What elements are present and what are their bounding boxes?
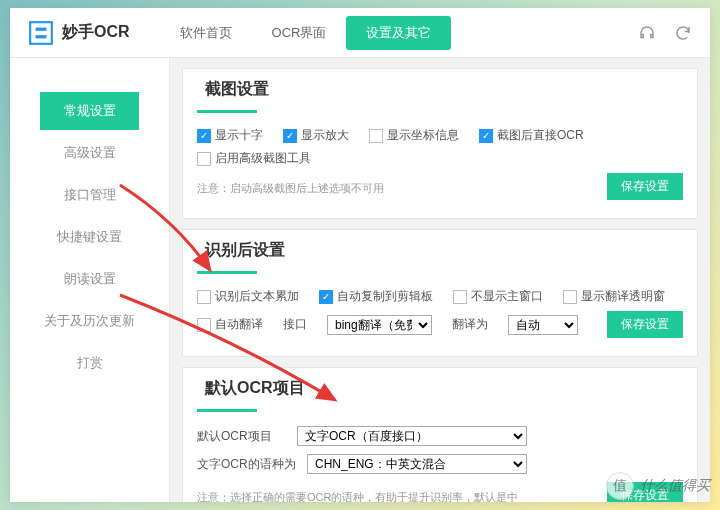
recognize-panel: 识别后设置 识别后文本累加 自动复制到剪辑板 不显示主窗口 显示翻译透明窗 自动… (182, 229, 698, 357)
tab-settings[interactable]: 设置及其它 (346, 16, 451, 50)
lang-label: 文字OCR的语种为 (197, 456, 297, 473)
save-button[interactable]: 保存设置 (607, 173, 683, 200)
port-select[interactable]: bing翻译（免费 (327, 315, 432, 335)
note-text: 注意：选择正确的需要OCR的语种，有助于提升识别率，默认是中 (197, 490, 518, 502)
watermark: 值 什么值得买 (606, 472, 710, 500)
note-text: 注意：启动高级截图后上述选项不可用 (197, 181, 384, 196)
cb-auto-translate[interactable]: 自动翻译 (197, 316, 263, 333)
proj-select[interactable]: 文字OCR（百度接口） (297, 426, 527, 446)
panel-title: 默认OCR项目 (197, 378, 683, 399)
sidebar-item-api[interactable]: 接口管理 (40, 176, 139, 214)
proj-label: 默认OCR项目 (197, 428, 287, 445)
cb-coords[interactable]: 显示坐标信息 (369, 127, 459, 144)
svg-rect-1 (36, 27, 47, 30)
lang-select[interactable]: CHN_ENG：中英文混合 (307, 454, 527, 474)
sidebar-item-general[interactable]: 常规设置 (40, 92, 139, 130)
sidebar-item-hotkey[interactable]: 快捷键设置 (40, 218, 139, 256)
sidebar-item-advanced[interactable]: 高级设置 (40, 134, 139, 172)
sidebar-item-donate[interactable]: 打赏 (40, 344, 139, 382)
screenshot-panel: 截图设置 显示十字 显示放大 显示坐标信息 截图后直接OCR 启用高级截图工具 … (182, 68, 698, 219)
cb-clipboard[interactable]: 自动复制到剪辑板 (319, 288, 433, 305)
cb-adv-tool[interactable]: 启用高级截图工具 (197, 150, 311, 167)
tab-home[interactable]: 软件首页 (160, 16, 252, 50)
port-label: 接口 (283, 316, 307, 333)
save-button[interactable]: 保存设置 (607, 311, 683, 338)
panel-title: 截图设置 (197, 79, 683, 100)
panel-title: 识别后设置 (197, 240, 683, 261)
svg-rect-2 (36, 35, 47, 38)
svg-rect-0 (30, 22, 52, 44)
sidebar-item-about[interactable]: 关于及历次更新 (40, 302, 139, 340)
watermark-icon: 值 (606, 472, 634, 500)
app-title: 妙手OCR (62, 22, 130, 43)
refresh-icon[interactable] (674, 24, 692, 42)
sidebar-item-tts[interactable]: 朗读设置 (40, 260, 139, 298)
cb-append[interactable]: 识别后文本累加 (197, 288, 299, 305)
tab-ocr[interactable]: OCR界面 (252, 16, 347, 50)
cb-trans-overlay[interactable]: 显示翻译透明窗 (563, 288, 665, 305)
app-logo-icon (28, 20, 54, 46)
cb-direct-ocr[interactable]: 截图后直接OCR (479, 127, 584, 144)
cb-zoom[interactable]: 显示放大 (283, 127, 349, 144)
cb-cross[interactable]: 显示十字 (197, 127, 263, 144)
to-select[interactable]: 自动 (508, 315, 578, 335)
watermark-text: 什么值得买 (640, 477, 710, 495)
headphones-icon[interactable] (638, 24, 656, 42)
cb-hide-main[interactable]: 不显示主窗口 (453, 288, 543, 305)
to-label: 翻译为 (452, 316, 488, 333)
